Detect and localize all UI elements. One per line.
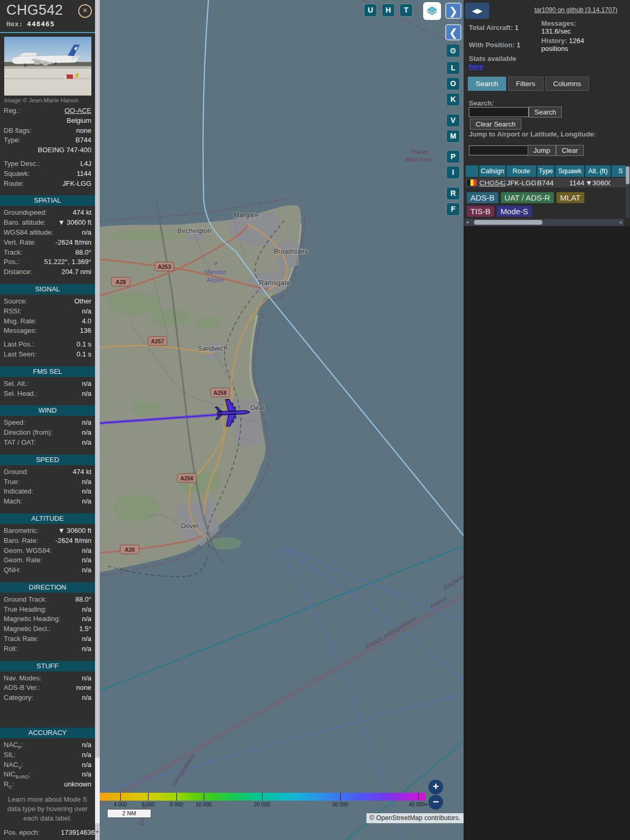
table-vertical-scrollbar[interactable] (626, 165, 629, 217)
expand-panel-button[interactable]: ❯ (445, 3, 461, 19)
section-header-direction: DIRECTION (0, 582, 95, 593)
data-row: Groundspeed:474 kt (0, 208, 95, 218)
data-label: Source: (4, 297, 27, 305)
table-horizontal-scrollbar[interactable]: ◂ ▸ (465, 219, 624, 226)
data-row: NICBARO:n/a (0, 770, 95, 780)
aircraft-table-row[interactable]: CHG542JFK-LGGB7441144▼30600 (466, 178, 629, 187)
data-value: n/a (82, 770, 91, 778)
data-value: 88.0° (75, 248, 91, 256)
zoom-out-button[interactable]: − (428, 795, 443, 810)
data-row: Speed:n/a (0, 418, 95, 428)
badge-uat-ads-r: UAT / ADS-R (501, 192, 554, 203)
column-header-Type[interactable]: Type (537, 165, 554, 177)
legend-tick-label: 20 000 (245, 802, 279, 807)
data-row: Sel. Head.:n/a (0, 390, 95, 400)
data-row: Track:88.0° (0, 248, 95, 258)
data-label: Route: (4, 180, 24, 187)
data-value: n/a (82, 390, 91, 397)
hex-value: 448465 (27, 20, 55, 28)
tab-columns[interactable]: Columns (545, 77, 589, 91)
horizontal-scroll-thumb[interactable] (474, 220, 542, 225)
map-button-l[interactable]: L (447, 62, 459, 74)
data-row: Mach:n/a (0, 497, 95, 507)
panel-width-toggle-button[interactable]: ◀▶ (465, 3, 489, 19)
column-header-Route[interactable]: Route (507, 165, 536, 177)
data-value: n/a (82, 497, 91, 505)
map-button-i[interactable]: I (447, 166, 459, 178)
source-type-badges: ADS-BUAT / ADS-RMLATTIS-BMode-S (467, 192, 611, 217)
map-button-u[interactable]: U (364, 4, 376, 16)
data-label: NICBARO: (4, 770, 31, 780)
data-value: L4J (80, 160, 91, 167)
data-value: -2624 ft/min (55, 537, 91, 544)
data-label: Type: (4, 136, 20, 144)
data-row: Barometric:▼ 30600 ft (0, 527, 95, 537)
sidebar-scrollbar[interactable]: ▼ (95, 0, 100, 840)
jump-clear-button[interactable]: Clear (556, 145, 584, 156)
data-label: Category: (4, 694, 33, 701)
scroll-left-arrow[interactable]: ◂ (465, 219, 470, 226)
aircraft-list-panel: ◀▶ tar1090 on github (3.14.1707) Total A… (464, 0, 630, 840)
settings-button[interactable]: ⚙ (447, 45, 459, 57)
data-label: Last Seen: (4, 350, 36, 358)
data-label: Groundspeed: (4, 208, 47, 216)
sidebar-scrollbar-thumb[interactable] (95, 758, 100, 823)
map-button-h[interactable]: H (382, 4, 394, 16)
map-attribution[interactable]: © OpenStreetMap contributors. (366, 813, 464, 823)
altitude-legend-bar (100, 793, 425, 801)
map-button-o[interactable]: O (447, 78, 459, 90)
map-canvas[interactable]: MargateBirchingtonBroadstairsRamsgateSan… (100, 0, 464, 840)
column-header-Squawk[interactable]: Squawk (555, 165, 584, 177)
data-value: n/a (82, 674, 91, 682)
data-label: Speed: (4, 418, 25, 426)
section-header-wind: WIND (0, 405, 95, 416)
map-button-r[interactable]: R (447, 187, 459, 200)
row-callsign-link[interactable]: CHG542 (479, 179, 506, 187)
data-value: n/a (82, 761, 91, 769)
map-button-p[interactable]: P (447, 151, 459, 163)
map-button-v[interactable]: V (447, 114, 459, 127)
data-row: Baro. altitude:▼ 30600 ft (0, 218, 95, 228)
data-label: Geom. WGS84: (4, 547, 52, 554)
clear-search-button[interactable]: Clear Search (470, 119, 521, 130)
data-value: n/a (82, 547, 91, 554)
data-value: n/a (82, 741, 91, 749)
data-label: Sel. Alt.: (4, 380, 29, 387)
data-label: QNH: (4, 566, 21, 574)
sidebar-scrollbar-down-arrow[interactable]: ▼ (95, 828, 100, 836)
stats-available-label: Stats available (469, 55, 516, 62)
jump-button[interactable]: Jump (528, 145, 556, 156)
registration-link[interactable]: OO-ACE (65, 107, 91, 114)
tab-search[interactable]: Search (468, 77, 506, 91)
jump-input[interactable] (469, 145, 529, 155)
section-header-spatial: SPATIAL (0, 195, 95, 206)
stats-here-link[interactable]: here (469, 62, 483, 70)
column-header-Callsign[interactable]: Callsign (479, 165, 506, 177)
map-button-m[interactable]: M (447, 130, 459, 142)
column-header-Alt. (ft)[interactable]: Alt. (ft) (585, 165, 611, 177)
vertical-scroll-thumb[interactable] (626, 166, 629, 184)
data-value: n/a (82, 615, 91, 623)
aircraft-photo[interactable] (4, 37, 91, 96)
total-aircraft-stat: Total Aircraft: 1 (469, 24, 519, 32)
tab-filters[interactable]: Filters (508, 77, 543, 91)
hex-row: Hex:448465 (6, 20, 95, 28)
collapse-panel-button[interactable]: ❮ (445, 24, 461, 40)
layers-button[interactable] (423, 2, 441, 20)
github-version-link[interactable]: tar1090 on github (3.14.1707) (534, 6, 617, 14)
data-value: n/a (82, 556, 91, 564)
town-label-margate: Margate (234, 211, 259, 219)
close-icon[interactable]: ✕ (78, 4, 92, 18)
map-button-t[interactable]: T (400, 4, 412, 16)
section-header-speed: SPEED (0, 455, 95, 465)
data-row: Geom. WGS84:n/a (0, 547, 95, 556)
map-button-k[interactable]: K (447, 93, 459, 106)
column-header-flag[interactable] (466, 165, 478, 177)
scroll-right-arrow[interactable]: ▸ (618, 219, 624, 226)
search-button[interactable]: Search (529, 107, 562, 118)
data-value: 1.5° (79, 625, 91, 633)
map-button-f[interactable]: F (447, 203, 459, 215)
data-row: Type:B744 (0, 136, 95, 146)
zoom-in-button[interactable]: + (428, 780, 443, 794)
search-input[interactable] (469, 107, 529, 117)
